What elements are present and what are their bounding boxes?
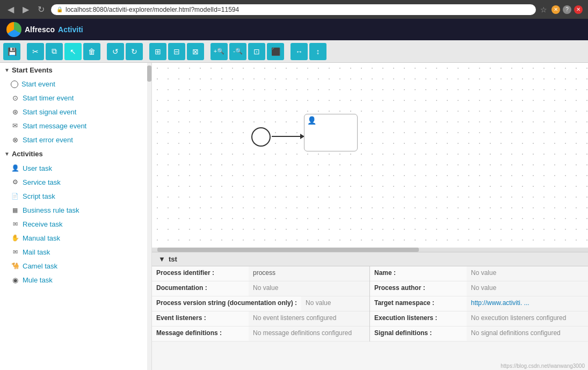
layout-v-button[interactable]: ↕: [309, 43, 326, 60]
service-task-icon: ⚙: [11, 178, 19, 186]
zoom-fit-button[interactable]: ⊡: [248, 43, 265, 60]
prop-label-process-author: Process author :: [370, 281, 467, 296]
sidebar-item-service-task[interactable]: ⚙ Service task: [0, 175, 151, 189]
section-label-start-events: Start Events: [12, 66, 53, 74]
sidebar-item-start-event[interactable]: Start event: [0, 77, 151, 91]
prop-row-signal-definitions: Signal definitions : No signal definitio…: [370, 327, 588, 342]
bpmn-start-event[interactable]: [251, 127, 271, 147]
sidebar-item-label: Manual task: [23, 234, 60, 242]
redo-button[interactable]: ↻: [126, 43, 143, 60]
sidebar-item-mail-task[interactable]: ✉ Mail task: [0, 245, 151, 259]
user-task-bpmn-icon: 👤: [307, 116, 316, 125]
sidebar-item-mule-task[interactable]: ◉ Mule task: [0, 273, 151, 287]
section-start-events[interactable]: ▼ Start Events: [0, 63, 151, 77]
bpmn-sequence-flow: [272, 136, 304, 137]
prop-row-version-string: Process version string (documentation on…: [152, 296, 369, 311]
sidebar-item-user-task[interactable]: 👤 User task: [0, 161, 151, 175]
bottom-panel-content: Process identifier : process Documentati…: [152, 266, 588, 342]
prop-value-event-listeners: No event listeners configured: [249, 311, 369, 326]
start-signal-icon: ⊛: [11, 107, 19, 116]
panel-collapse-icon[interactable]: ▼: [158, 255, 165, 263]
close-button[interactable]: ✕: [574, 5, 583, 14]
sidebar-item-label: Business rule task: [23, 206, 79, 214]
canvas-scrollbar[interactable]: [152, 248, 588, 252]
extension-btn1[interactable]: ✕: [551, 5, 560, 14]
back-button[interactable]: ◀: [5, 3, 16, 16]
bottom-panel-title: tst: [169, 255, 177, 263]
sidebar-item-start-signal-event[interactable]: ⊛ Start signal event: [0, 105, 151, 119]
forward-button[interactable]: ▶: [20, 3, 31, 16]
cut-button[interactable]: ✂: [27, 43, 44, 60]
prop-label-event-listeners: Event listeners :: [152, 311, 249, 326]
prop-label-target-namespace: Target namespace :: [370, 296, 467, 311]
select-button[interactable]: ↖: [64, 43, 82, 60]
copy-button[interactable]: ⧉: [46, 43, 63, 60]
mule-task-icon: ◉: [11, 275, 19, 284]
sidebar-item-label: Start timer event: [23, 94, 74, 102]
sidebar-item-start-error-event[interactable]: ⊗ Start error event: [0, 133, 151, 147]
manual-task-icon: ✋: [11, 234, 19, 242]
prop-label-version-string: Process version string (documentation on…: [152, 296, 301, 311]
prop-value-name: No value: [467, 266, 588, 281]
undo-button[interactable]: ↺: [107, 43, 124, 60]
save-button[interactable]: 💾: [3, 43, 20, 60]
prop-row-execution-listeners: Execution listeners : No execution liste…: [370, 311, 588, 327]
prop-value-process-author: No value: [467, 281, 588, 296]
prop-value-signal-definitions: No signal definitions configured: [467, 327, 588, 341]
extension-btn2[interactable]: ?: [563, 5, 571, 14]
sidebar-item-label: Start message event: [23, 122, 86, 130]
sidebar-item-label: Mail task: [23, 248, 50, 256]
start-timer-icon: ⊙: [11, 93, 19, 102]
align-left-button[interactable]: ⊞: [149, 43, 166, 60]
app-logo: Alfresco Activiti: [6, 22, 83, 37]
bpmn-user-task[interactable]: 👤: [304, 114, 358, 151]
sidebar-item-label: User task: [23, 164, 52, 172]
sidebar-item-label: Script task: [23, 192, 55, 200]
prop-value-version-string: No value: [301, 296, 369, 311]
app-name-activiti: Activiti: [58, 25, 83, 34]
sidebar-item-start-timer-event[interactable]: ⊙ Start timer event: [0, 91, 151, 105]
section-activities[interactable]: ▼ Activities: [0, 147, 151, 161]
prop-row-target-namespace: Target namespace : http://www.activiti. …: [370, 296, 588, 311]
user-task-icon: 👤: [11, 164, 19, 172]
canvas-scrollbar-thumb: [157, 248, 419, 252]
sidebar-item-camel-task[interactable]: 🐪 Camel task: [0, 259, 151, 273]
content-area: ▼ Start Events Start event ⊙ Start timer…: [0, 63, 588, 370]
sidebar-item-business-rule-task[interactable]: ▦ Business rule task: [0, 203, 151, 217]
sidebar-scrollbar[interactable]: [147, 63, 151, 370]
start-event-icon: [11, 81, 18, 88]
prop-value-target-namespace: http://www.activiti. ...: [467, 296, 588, 311]
business-rule-task-icon: ▦: [11, 206, 19, 214]
prop-row-documentation: Documentation : No value: [152, 281, 369, 296]
address-bar[interactable]: 🔒 localhost:8080/activiti-explorer/model…: [51, 4, 536, 15]
canvas[interactable]: 👤: [152, 63, 588, 248]
watermark: https://blog.csdn.net/wanwang3000: [500, 363, 585, 369]
zoom-actual-button[interactable]: ⬛: [267, 43, 284, 60]
main-layout: ▼ Start Events Start event ⊙ Start timer…: [0, 63, 588, 370]
lock-icon: 🔒: [56, 6, 63, 12]
refresh-button[interactable]: ↻: [35, 3, 47, 16]
prop-row-process-id: Process identifier : process: [152, 266, 369, 281]
prop-value-documentation: No value: [249, 281, 369, 296]
sidebar-item-script-task[interactable]: 📄 Script task: [0, 189, 151, 203]
sidebar-item-receive-task[interactable]: ✉ Receive task: [0, 217, 151, 231]
prop-label-documentation: Documentation :: [152, 281, 249, 296]
sidebar-item-manual-task[interactable]: ✋ Manual task: [0, 231, 151, 245]
align-center-button[interactable]: ⊟: [168, 43, 185, 60]
align-right-button[interactable]: ⊠: [187, 43, 204, 60]
script-task-icon: 📄: [11, 192, 19, 200]
sidebar-item-label: Receive task: [23, 220, 62, 228]
sidebar-item-label: Mule task: [23, 276, 53, 284]
sidebar-item-start-message-event[interactable]: ✉ Start message event: [0, 119, 151, 133]
camel-task-icon: 🐪: [11, 262, 19, 270]
bookmark-button[interactable]: ☆: [540, 5, 547, 14]
sidebar-item-label: Camel task: [23, 262, 57, 270]
toolbar: 💾 ✂ ⧉ ↖ 🗑 ↺ ↻ ⊞ ⊟ ⊠ +🔍 -🔍 ⊡ ⬛ ↔ ↕: [0, 40, 588, 63]
sidebar-item-label: Service task: [23, 178, 61, 186]
app-bar: Alfresco Activiti: [0, 19, 588, 40]
layout-h-button[interactable]: ↔: [291, 43, 308, 60]
zoom-out-button[interactable]: -🔍: [229, 43, 246, 60]
delete-button[interactable]: 🗑: [83, 43, 100, 60]
section-arrow-activities: ▼: [4, 151, 10, 157]
zoom-in-button[interactable]: +🔍: [210, 43, 228, 60]
